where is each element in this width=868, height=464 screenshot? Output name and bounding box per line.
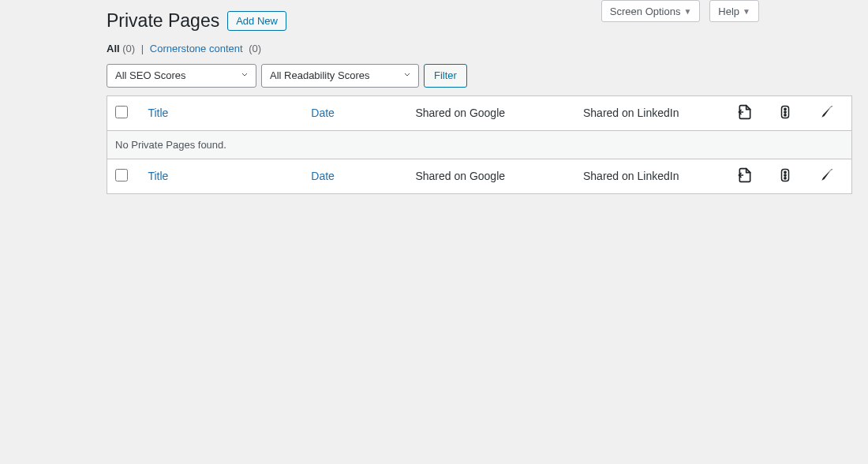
readability-score-select[interactable]: All Readability Scores — [261, 64, 419, 88]
filter-links: All (0) | Cornerstone content (0) — [107, 43, 852, 54]
pages-table: Title Date Shared on Google Shared on Li… — [107, 95, 852, 194]
table-row-empty: No Private Pages found. — [107, 130, 852, 159]
outgoing-links-icon — [737, 167, 753, 185]
readability-icon — [819, 167, 835, 185]
column-shared-google-footer: Shared on Google — [407, 159, 575, 193]
filter-cornerstone-count: (0) — [249, 43, 261, 54]
caret-down-icon: ▼ — [683, 7, 691, 16]
column-date[interactable]: Date — [303, 95, 407, 130]
page-title: Private Pages — [107, 9, 219, 33]
empty-message: No Private Pages found. — [107, 130, 852, 159]
column-date-footer[interactable]: Date — [303, 159, 407, 193]
readability-score-selected: All Readability Scores — [270, 69, 369, 81]
screen-options-label: Screen Options — [610, 6, 681, 17]
seo-score-selected: All SEO Scores — [115, 69, 186, 81]
filter-all-count: (0) — [122, 43, 135, 54]
filter-button[interactable]: Filter — [424, 64, 467, 88]
seo-score-icon — [778, 168, 792, 185]
help-button[interactable]: Help ▼ — [709, 0, 759, 22]
column-title-footer[interactable]: Title — [140, 159, 303, 193]
column-title[interactable]: Title — [140, 95, 303, 130]
svg-point-1 — [784, 108, 786, 110]
caret-down-icon: ▼ — [743, 7, 750, 16]
column-shared-google: Shared on Google — [407, 95, 575, 130]
chevron-down-icon — [402, 69, 412, 81]
filter-cornerstone-link[interactable]: Cornerstone content — [150, 43, 243, 54]
table-footer-row: Title Date Shared on Google Shared on Li… — [107, 159, 852, 193]
readability-icon — [819, 104, 835, 122]
filter-all-label[interactable]: All — [107, 43, 120, 54]
seo-score-icon — [778, 105, 792, 122]
add-new-button[interactable]: Add New — [227, 11, 286, 31]
help-label: Help — [718, 6, 739, 17]
select-all-checkbox-top[interactable] — [115, 106, 128, 118]
svg-point-7 — [784, 178, 786, 179]
select-all-checkbox-bottom[interactable] — [115, 169, 128, 181]
svg-point-5 — [784, 171, 786, 173]
screen-options-button[interactable]: Screen Options ▼ — [601, 0, 701, 22]
outgoing-links-icon — [737, 104, 753, 122]
svg-point-2 — [784, 111, 786, 113]
seo-score-select[interactable]: All SEO Scores — [107, 64, 256, 88]
table-header-row: Title Date Shared on Google Shared on Li… — [107, 95, 852, 130]
separator: | — [138, 43, 147, 54]
chevron-down-icon — [240, 69, 249, 81]
svg-point-3 — [784, 114, 786, 116]
column-shared-linkedin-footer: Shared on LinkedIn — [575, 159, 729, 193]
column-shared-linkedin: Shared on LinkedIn — [575, 95, 729, 130]
svg-point-6 — [784, 174, 786, 176]
